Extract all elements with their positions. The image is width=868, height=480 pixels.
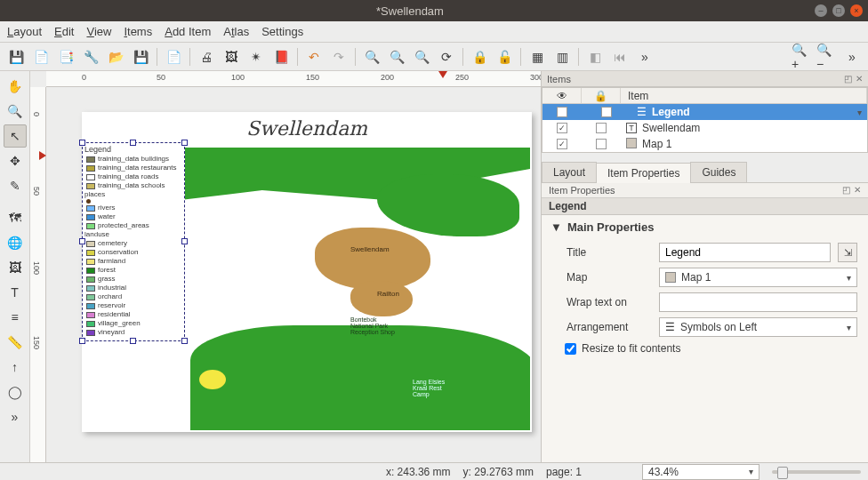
- pan-tool-icon[interactable]: ✋: [4, 75, 27, 98]
- select-tool-icon[interactable]: ↖: [4, 124, 27, 148]
- menu-layout[interactable]: Layout: [7, 25, 42, 38]
- layout-viewport[interactable]: Swellendam Swellendam Railton Bontebok N…: [46, 87, 541, 462]
- menu-add-item[interactable]: Add Item: [165, 25, 211, 38]
- layout-page[interactable]: Swellendam Swellendam Railton Bontebok N…: [82, 112, 532, 432]
- panel-detach-icon[interactable]: ◰: [842, 185, 850, 196]
- panel-detach-icon[interactable]: ◰: [844, 74, 852, 84]
- legend-entry: forest: [86, 266, 182, 275]
- new-layout-icon[interactable]: 📄: [30, 46, 52, 68]
- column-locked-icon[interactable]: 🔒: [582, 88, 621, 103]
- menu-items[interactable]: Items: [124, 25, 152, 38]
- zoom-combo[interactable]: 43.4%: [642, 464, 760, 480]
- zoom-in-icon[interactable]: 🔍+: [792, 46, 813, 68]
- map-icon: [626, 138, 637, 151]
- raise-icon[interactable]: ◧: [584, 46, 606, 68]
- lock-icon[interactable]: 🔒: [469, 46, 490, 68]
- status-x: x: 243.36 mm: [386, 466, 451, 478]
- group-icon[interactable]: ▦: [526, 46, 548, 68]
- tab-layout[interactable]: Layout: [542, 162, 597, 182]
- arrangement-select[interactable]: ☰Symbols on Left: [659, 317, 857, 337]
- resize-checkbox[interactable]: [565, 343, 576, 355]
- legend-entry: training_data restaurants: [86, 164, 182, 172]
- locked-checkbox[interactable]: [596, 139, 607, 149]
- unlock-icon[interactable]: 🔓: [494, 46, 515, 68]
- add-scalebar-icon[interactable]: 📏: [4, 331, 27, 354]
- items-row[interactable]: ✓☰Legend: [542, 104, 867, 120]
- add-page-icon[interactable]: 📄: [163, 46, 184, 68]
- disclosure-triangle-icon[interactable]: ▼: [551, 220, 562, 234]
- items-panel-header[interactable]: Items ◰✕: [542, 71, 868, 87]
- menu-settings[interactable]: Settings: [261, 25, 303, 38]
- legend-swatch: [86, 303, 95, 309]
- panel-close-icon[interactable]: ✕: [854, 185, 861, 196]
- add-map-icon[interactable]: 🗺: [4, 206, 27, 229]
- add-shape-icon[interactable]: ◯: [4, 380, 27, 404]
- zoom-tool-icon[interactable]: 🔍: [4, 100, 27, 123]
- items-panel: 👁 🔒 Item ✓☰Legend✓TSwellendam✓Map 1: [542, 87, 868, 153]
- visible-checkbox[interactable]: ✓: [557, 123, 567, 133]
- menu-edit[interactable]: Edit: [54, 25, 74, 38]
- menu-view[interactable]: View: [86, 25, 111, 38]
- legend-label: training_data roads: [98, 172, 159, 181]
- visible-checkbox[interactable]: ✓: [557, 139, 567, 149]
- legend-label: village_green: [98, 319, 141, 328]
- column-item[interactable]: Item: [621, 88, 867, 103]
- refresh-icon[interactable]: ⟳: [436, 46, 457, 68]
- move-content-tool-icon[interactable]: ✥: [4, 149, 27, 172]
- zoom-full-icon[interactable]: 🔍: [361, 46, 382, 68]
- window-maximize-button[interactable]: □: [832, 4, 845, 17]
- overflow3-icon[interactable]: »: [4, 405, 27, 428]
- wrap-input[interactable]: [659, 292, 857, 312]
- redo-icon[interactable]: ↷: [328, 46, 350, 68]
- export-pdf-icon[interactable]: 📕: [270, 46, 292, 68]
- arrangement-label: Arrangement: [567, 321, 652, 333]
- export-svg-icon[interactable]: ✴: [245, 46, 267, 68]
- window-minimize-button[interactable]: –: [815, 4, 827, 17]
- save-template-icon[interactable]: 💾: [130, 46, 151, 68]
- zoom-out-icon[interactable]: 🔍−: [816, 46, 838, 68]
- vertical-ruler[interactable]: 0 50 100 150: [30, 87, 46, 462]
- tab-guides[interactable]: Guides: [690, 162, 747, 182]
- window-close-button[interactable]: ×: [850, 4, 863, 17]
- zoom-slider[interactable]: [772, 470, 861, 474]
- add-3dmap-icon[interactable]: 🌐: [4, 231, 27, 254]
- open-icon[interactable]: 📂: [105, 46, 126, 68]
- legend-swatch: [86, 156, 95, 163]
- legend-item[interactable]: Legend training_data buildingstraining_d…: [82, 142, 185, 341]
- zoom-fit-icon[interactable]: 🔍: [386, 46, 407, 68]
- panel-close-icon[interactable]: ✕: [856, 74, 863, 84]
- add-legend-icon[interactable]: ≡: [4, 306, 27, 329]
- save-icon[interactable]: 💾: [5, 46, 27, 68]
- map-select[interactable]: Map 1: [659, 268, 857, 287]
- zoom-100-icon[interactable]: 🔍: [411, 46, 432, 68]
- undo-icon[interactable]: ↶: [303, 46, 325, 68]
- locked-checkbox[interactable]: [601, 107, 612, 117]
- title-multiline-icon[interactable]: ⇲: [838, 243, 857, 262]
- locked-checkbox[interactable]: [596, 123, 607, 133]
- page-title[interactable]: Swellendam: [82, 117, 532, 140]
- add-label-icon[interactable]: T: [4, 281, 27, 304]
- move-first-icon[interactable]: ⏮: [609, 46, 631, 68]
- ungroup-icon[interactable]: ▥: [551, 46, 573, 68]
- export-image-icon[interactable]: 🖼: [221, 46, 242, 68]
- items-row[interactable]: ✓TSwellendam: [542, 120, 867, 136]
- horizontal-ruler[interactable]: 0 50 100 150 200 250 300: [46, 71, 541, 87]
- legend-swatch: [86, 174, 95, 180]
- section-main-properties[interactable]: ▼Main Properties: [542, 215, 868, 239]
- overflow2-icon[interactable]: »: [841, 46, 863, 68]
- overflow-icon[interactable]: »: [634, 46, 655, 68]
- duplicate-layout-icon[interactable]: 📑: [55, 46, 76, 68]
- print-icon[interactable]: 🖨: [196, 46, 217, 68]
- menu-atlas[interactable]: Atlas: [223, 25, 249, 38]
- add-north-arrow-icon[interactable]: ↑: [4, 356, 27, 379]
- edit-nodes-icon[interactable]: ✎: [4, 174, 27, 197]
- column-visible-icon[interactable]: 👁: [542, 88, 582, 103]
- status-page: page: 1: [546, 466, 582, 478]
- tab-item-properties[interactable]: Item Properties: [596, 163, 691, 183]
- legend-entry: reservoir: [86, 301, 182, 310]
- items-row[interactable]: ✓Map 1: [542, 136, 867, 152]
- layout-manager-icon[interactable]: 🔧: [80, 46, 101, 68]
- visible-checkbox[interactable]: ✓: [557, 107, 567, 117]
- title-input[interactable]: [659, 243, 831, 262]
- add-picture-icon[interactable]: 🖼: [4, 256, 27, 279]
